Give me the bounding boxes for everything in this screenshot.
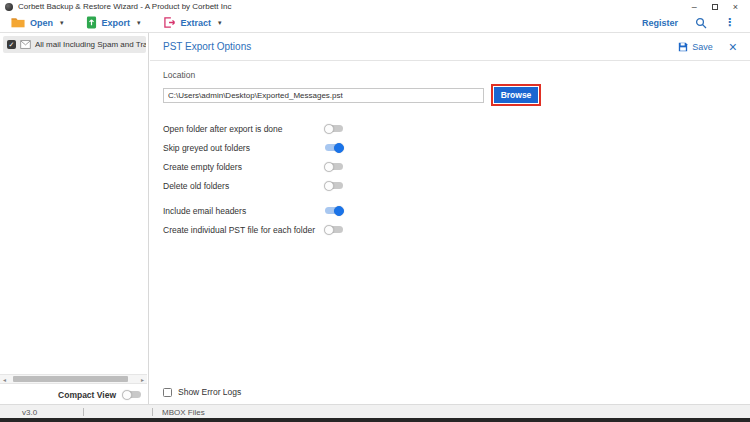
toggle-row-individual-pst: Create individual PST file for each fold… [163,220,737,239]
folder-checkbox[interactable]: ✓ [7,40,16,49]
version-text: v3.0 [22,408,37,417]
toggle-label: Create empty folders [163,162,242,172]
toggle-label: Create individual PST file for each fold… [163,225,315,235]
export-button[interactable]: Export ▾ [86,16,141,29]
skip-greyed-toggle[interactable] [324,143,344,153]
toolbar: Open ▾ Export ▾ Extract ▾ [0,13,750,33]
scroll-right-icon[interactable]: ▸ [138,376,147,383]
compact-view-row: Compact View [0,387,147,402]
status-bar: v3.0 MBOX Files [0,404,750,418]
chevron-down-icon: ▾ [218,19,222,27]
toggle-row-delete-old: Delete old folders [163,176,737,195]
window-controls: – × [692,2,745,12]
open-button[interactable]: Open ▾ [11,17,64,28]
toggle-row-create-empty: Create empty folders [163,157,737,176]
search-button[interactable] [695,17,707,29]
toggle-label: Delete old folders [163,181,229,191]
status-divider [152,408,153,416]
delete-old-toggle[interactable] [324,181,344,191]
create-empty-toggle[interactable] [324,162,344,172]
close-panel-button[interactable]: × [729,40,737,54]
chevron-down-icon: ▾ [60,19,64,27]
toggle-knob [324,124,334,134]
toolbar-right: Register ⋮ [642,16,739,29]
show-error-logs-checkbox[interactable]: ✓ [163,388,172,397]
folder-icon [11,17,25,28]
minimize-button[interactable]: – [692,2,697,12]
toggle-knob [324,162,334,172]
toggle-knob [334,206,344,216]
extract-icon [163,17,176,28]
compact-view-toggle[interactable] [122,390,142,400]
restore-icon [712,4,718,10]
toggle-knob [122,390,132,400]
register-link[interactable]: Register [642,18,678,28]
folder-sidebar: ✓ All mail Including Spam and Trash (265… [0,33,149,404]
scroll-left-icon[interactable]: ◂ [0,376,9,383]
toggle-knob [334,143,344,153]
email-headers-toggle[interactable] [324,206,344,216]
location-label: Location [163,70,737,80]
open-label: Open [30,18,53,28]
location-row: Browse [163,84,737,106]
panel-header: PST Export Options Save × [150,33,750,61]
toggle-row-skip-greyed: Skip greyed out folders [163,138,737,157]
save-label: Save [692,42,713,52]
show-error-logs-row: ✓ Show Error Logs [163,387,241,397]
chevron-down-icon: ▾ [137,19,141,27]
location-input[interactable] [163,88,484,103]
show-error-logs-label: Show Error Logs [178,387,241,397]
individual-pst-toggle[interactable] [324,225,344,235]
toggle-row-email-headers: Include email headers [163,201,737,220]
app-icon [5,3,13,11]
extract-button[interactable]: Extract ▾ [163,17,222,28]
toggle-knob [324,225,334,235]
scrollbar-track[interactable] [9,375,138,383]
toggle-options: Open folder after export is done Skip gr… [163,119,737,239]
save-button[interactable]: Save [678,42,713,52]
close-button[interactable]: × [733,2,738,12]
mail-icon [20,40,31,49]
file-type-text: MBOX Files [162,408,205,417]
search-icon [695,17,707,29]
toggle-label: Include email headers [163,206,246,216]
horizontal-scrollbar[interactable]: ◂ ▸ [0,374,147,384]
export-icon [86,16,97,29]
title-bar: Corbett Backup & Restore Wizard - A Prod… [0,0,750,13]
maximize-button[interactable] [712,2,718,12]
folder-label: All mail Including Spam and Trash (2656) [35,40,146,49]
export-options-form: Location Browse Open folder after export… [150,61,750,404]
toggle-knob [324,181,334,191]
status-divider [83,408,84,416]
toggle-label: Skip greyed out folders [163,143,250,153]
browse-button[interactable]: Browse [494,87,538,103]
toggle-label: Open folder after export is done [163,124,283,134]
save-icon [678,42,688,52]
toggle-row-open-folder: Open folder after export is done [163,119,737,138]
bottom-edge-strip [0,418,750,422]
open-folder-toggle[interactable] [324,124,344,134]
app-window: Corbett Backup & Restore Wizard - A Prod… [0,0,750,422]
kebab-menu-icon[interactable]: ⋮ [724,16,735,29]
pst-export-panel: PST Export Options Save × Location [150,33,750,404]
panel-title: PST Export Options [163,41,251,52]
extract-label: Extract [181,18,212,28]
window-title: Corbett Backup & Restore Wizard - A Prod… [18,2,231,11]
scrollbar-thumb[interactable] [13,376,128,382]
folder-list-item[interactable]: ✓ All mail Including Spam and Trash (265… [3,36,146,53]
compact-view-label: Compact View [58,390,116,400]
check-icon: ✓ [9,41,15,48]
annotation-highlight: Browse [491,84,541,106]
panel-actions: Save × [678,40,737,54]
export-label: Export [102,18,131,28]
